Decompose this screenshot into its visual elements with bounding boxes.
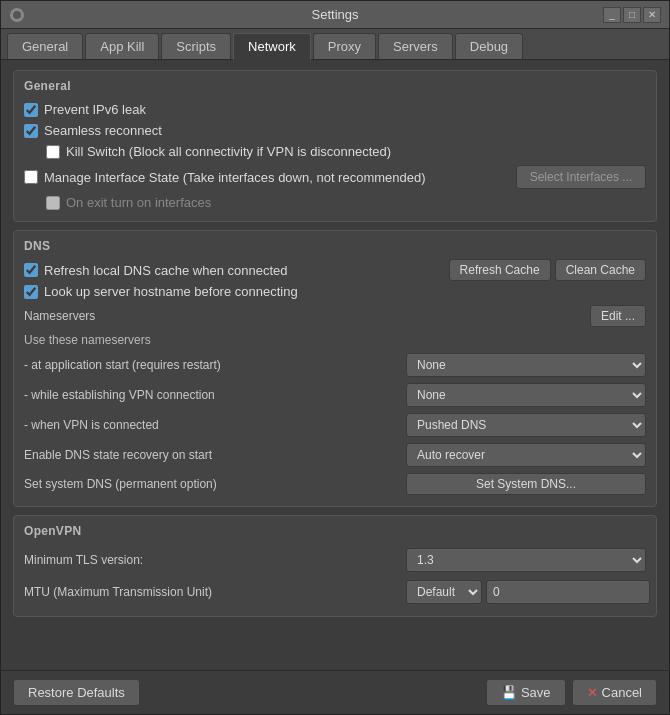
- refresh-dns-checkbox[interactable]: [24, 263, 38, 277]
- set-system-dns-row: Set system DNS (permanent option) Set Sy…: [24, 470, 646, 498]
- save-icon: 💾: [501, 685, 517, 700]
- openvpn-section-title: OpenVPN: [24, 524, 646, 538]
- settings-window: Settings _ □ ✕ General App Kill Scripts …: [0, 0, 670, 715]
- cancel-label: Cancel: [602, 685, 642, 700]
- dns-section: DNS Refresh local DNS cache when connect…: [13, 230, 657, 507]
- nameservers-row: Nameservers Edit ...: [24, 302, 646, 330]
- svg-point-1: [13, 11, 21, 19]
- tab-scripts[interactable]: Scripts: [161, 33, 231, 59]
- seamless-reconnect-checkbox[interactable]: [24, 124, 38, 138]
- footer: Restore Defaults 💾 Save ✕ Cancel: [1, 670, 669, 714]
- prevent-ipv6-label[interactable]: Prevent IPv6 leak: [24, 102, 146, 117]
- when-connected-row: - when VPN is connected Pushed DNS None …: [24, 410, 646, 440]
- dns-header-row: Refresh local DNS cache when connected R…: [24, 259, 646, 281]
- seamless-reconnect-label[interactable]: Seamless reconnect: [24, 123, 162, 138]
- general-section: General Prevent IPv6 leak Seamless recon…: [13, 70, 657, 222]
- set-system-dns-label: Set system DNS (permanent option): [24, 477, 406, 491]
- tab-general[interactable]: General: [7, 33, 83, 59]
- general-section-title: General: [24, 79, 646, 93]
- dns-section-title: DNS: [24, 239, 646, 253]
- cancel-button[interactable]: ✕ Cancel: [572, 679, 657, 706]
- clean-cache-button[interactable]: Clean Cache: [555, 259, 646, 281]
- edit-nameservers-button[interactable]: Edit ...: [590, 305, 646, 327]
- lookup-hostname-checkbox[interactable]: [24, 285, 38, 299]
- minimize-button[interactable]: _: [603, 7, 621, 23]
- lookup-hostname-row: Look up server hostname before connectin…: [24, 281, 646, 302]
- at-app-start-label: - at application start (requires restart…: [24, 358, 406, 372]
- on-exit-row: On exit turn on interfaces: [24, 192, 646, 213]
- tab-network[interactable]: Network: [233, 33, 311, 60]
- window-controls: _ □ ✕: [603, 7, 661, 23]
- mtu-label: MTU (Maximum Transmission Unit): [24, 585, 212, 599]
- cancel-icon: ✕: [587, 685, 598, 700]
- manage-interface-label[interactable]: Manage Interface State (Take interfaces …: [24, 170, 426, 185]
- mtu-wrapper: Default Custom: [406, 580, 646, 604]
- window-title: Settings: [312, 7, 359, 22]
- maximize-button[interactable]: □: [623, 7, 641, 23]
- save-button[interactable]: 💾 Save: [486, 679, 566, 706]
- kill-switch-row: Kill Switch (Block all connectivity if V…: [24, 141, 646, 162]
- seamless-reconnect-row: Seamless reconnect: [24, 120, 646, 141]
- footer-right-buttons: 💾 Save ✕ Cancel: [486, 679, 657, 706]
- lookup-hostname-text: Look up server hostname before connectin…: [44, 284, 298, 299]
- at-app-start-row: - at application start (requires restart…: [24, 350, 646, 380]
- save-label: Save: [521, 685, 551, 700]
- min-tls-label: Minimum TLS version:: [24, 553, 143, 567]
- refresh-dns-label[interactable]: Refresh local DNS cache when connected: [24, 263, 288, 278]
- openvpn-section: OpenVPN Minimum TLS version: 1.3 1.2 1.1…: [13, 515, 657, 617]
- refresh-dns-text: Refresh local DNS cache when connected: [44, 263, 288, 278]
- manage-interface-text: Manage Interface State (Take interfaces …: [44, 170, 426, 185]
- tab-debug[interactable]: Debug: [455, 33, 523, 59]
- app-icon: [9, 7, 25, 23]
- dns-state-recovery-row: Enable DNS state recovery on start Auto …: [24, 440, 646, 470]
- restore-defaults-button[interactable]: Restore Defaults: [13, 679, 140, 706]
- prevent-ipv6-checkbox[interactable]: [24, 103, 38, 117]
- use-these-label: Use these nameservers: [24, 330, 646, 350]
- on-exit-text: On exit turn on interfaces: [66, 195, 211, 210]
- content-area: General Prevent IPv6 leak Seamless recon…: [1, 60, 669, 670]
- on-exit-label: On exit turn on interfaces: [46, 195, 211, 210]
- mtu-row: MTU (Maximum Transmission Unit) Default …: [24, 576, 646, 608]
- prevent-ipv6-row: Prevent IPv6 leak: [24, 99, 646, 120]
- kill-switch-label[interactable]: Kill Switch (Block all connectivity if V…: [46, 144, 391, 159]
- refresh-cache-button[interactable]: Refresh Cache: [449, 259, 551, 281]
- manage-interface-checkbox[interactable]: [24, 170, 38, 184]
- dns-state-recovery-select[interactable]: Auto recover Always recover Never recove…: [406, 443, 646, 467]
- titlebar-left: [9, 7, 25, 23]
- prevent-ipv6-text: Prevent IPv6 leak: [44, 102, 146, 117]
- min-tls-select[interactable]: 1.3 1.2 1.1 1.0: [406, 548, 646, 572]
- dns-cache-buttons: Refresh Cache Clean Cache: [449, 259, 646, 281]
- nameservers-label: Nameservers: [24, 309, 95, 323]
- min-tls-row: Minimum TLS version: 1.3 1.2 1.1 1.0: [24, 544, 646, 576]
- seamless-reconnect-text: Seamless reconnect: [44, 123, 162, 138]
- lookup-hostname-label[interactable]: Look up server hostname before connectin…: [24, 284, 298, 299]
- kill-switch-checkbox[interactable]: [46, 145, 60, 159]
- while-establishing-select[interactable]: None Custom Pushed DNS: [406, 383, 646, 407]
- set-system-dns-button[interactable]: Set System DNS...: [406, 473, 646, 495]
- while-establishing-row: - while establishing VPN connection None…: [24, 380, 646, 410]
- tab-proxy[interactable]: Proxy: [313, 33, 376, 59]
- kill-switch-text: Kill Switch (Block all connectivity if V…: [66, 144, 391, 159]
- when-connected-label: - when VPN is connected: [24, 418, 406, 432]
- while-establishing-label: - while establishing VPN connection: [24, 388, 406, 402]
- tab-servers[interactable]: Servers: [378, 33, 453, 59]
- tabs-bar: General App Kill Scripts Network Proxy S…: [1, 29, 669, 60]
- mtu-type-select[interactable]: Default Custom: [406, 580, 482, 604]
- manage-interface-row: Manage Interface State (Take interfaces …: [24, 162, 646, 192]
- close-button[interactable]: ✕: [643, 7, 661, 23]
- mtu-value-input[interactable]: [486, 580, 650, 604]
- dns-state-recovery-label: Enable DNS state recovery on start: [24, 448, 406, 462]
- titlebar: Settings _ □ ✕: [1, 1, 669, 29]
- when-connected-select[interactable]: Pushed DNS None Custom: [406, 413, 646, 437]
- at-app-start-select[interactable]: None Custom Pushed DNS: [406, 353, 646, 377]
- tab-appkill[interactable]: App Kill: [85, 33, 159, 59]
- select-interfaces-button[interactable]: Select Interfaces ...: [516, 165, 646, 189]
- on-exit-checkbox: [46, 196, 60, 210]
